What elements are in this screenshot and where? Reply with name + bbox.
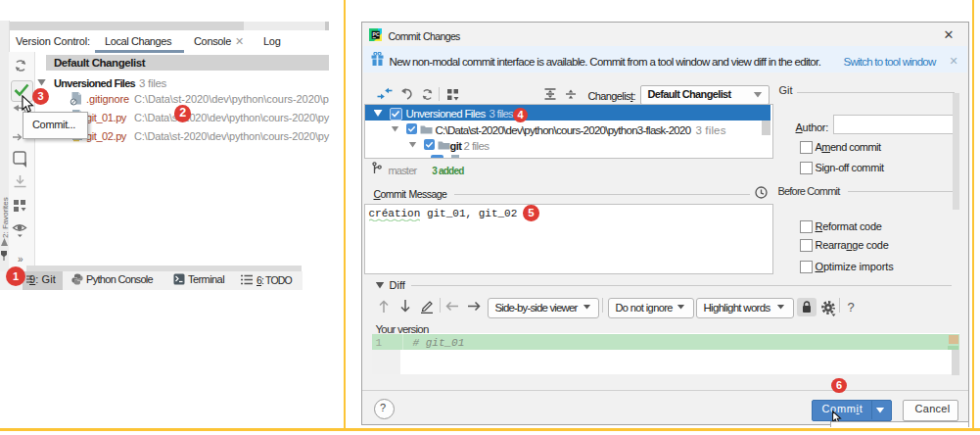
svg-text:PC: PC: [372, 31, 379, 37]
